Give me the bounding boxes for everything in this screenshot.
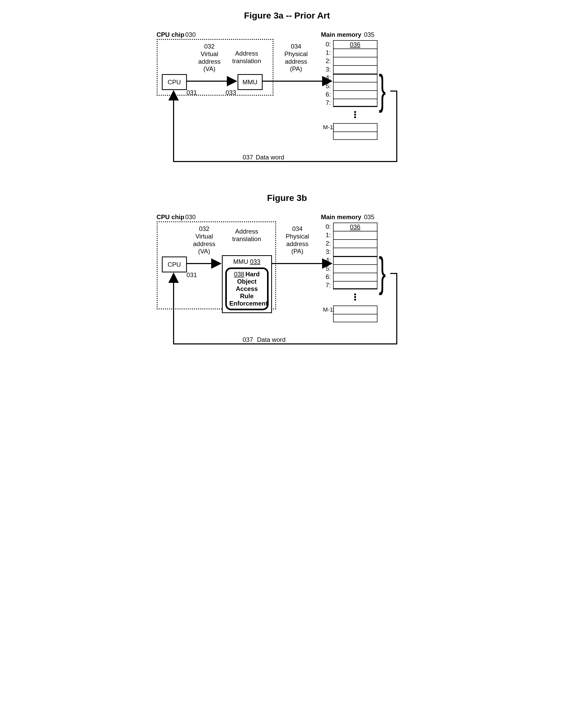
mem-idx-7-b: 7: [319,282,333,289]
mem-idx-0: 0: [319,41,333,48]
mem-ref-036-b: 036 [350,223,360,231]
va-l3-b: (VA) [198,248,210,255]
mmu-box-b: MMU 033 038Hard Object Access Rule Enfor… [222,255,272,313]
addr-trans-label-b: Address translation [232,228,261,243]
hard-ref: 038 [234,270,244,277]
hard-l4: Enforcement [230,300,264,307]
at-l1: Address [235,50,258,57]
data-word-ref-b: 037 [243,336,253,344]
mmu-box: MMU [238,74,262,90]
memory-table-b: 0:036 1: 2: 3: 4: 5: 6: 7: ••• M-1: [319,223,377,322]
pa-l3: (PA) [290,65,302,72]
hard-l2: Object [230,278,264,285]
va-l2-b: address [193,240,215,247]
cpu-box-label: CPU [168,79,181,86]
pa-ref-b: 034 [292,225,302,232]
mem-idx-3: 3: [319,66,333,73]
main-mem-label-b: Main memory [321,213,362,221]
cpu-ref-b: 031 [187,271,197,279]
hard-l3: Access Rule [230,285,264,300]
memory-table: 0:036 1: 2: 3: 4: 5: 6: 7: ••• M-1: [319,40,377,140]
cpu-chip-ref: 030 [185,31,196,39]
mmu-box-label: MMU [243,79,257,86]
mem-idx-7: 7: [319,99,333,106]
pa-l3-b: (PA) [291,248,303,255]
pa-l2: address [285,58,307,65]
va-l1-b: Virtual [195,233,213,240]
mem-vdots-b: ••• [333,289,377,306]
mem-ref-036: 036 [350,41,360,48]
cpu-chip-label-b: CPU chip [157,213,184,221]
mmu-ref-b: 033 [250,258,260,265]
main-mem-ref-b: 035 [364,213,375,221]
va-l1: Virtual [201,50,218,57]
figure-a-title: Figure 3a -- Prior Art [16,10,558,20]
at-l2: translation [232,57,261,65]
mmu-ref: 033 [226,89,236,96]
data-word-label: Data word [256,154,284,161]
brace-icon: } [379,73,386,107]
cpu-box-b: CPU [162,256,187,272]
va-ref-b: 032 [199,225,209,232]
pa-l1-b: Physical [286,233,309,240]
pa-l1: Physical [285,50,308,57]
cpu-ref: 031 [187,89,197,96]
pa-ref: 034 [291,43,301,50]
va-l3: (VA) [203,65,215,72]
diagram-a: CPU chip 030 CPU 031 032 Virtual address… [157,31,418,167]
mem-idx-1-b: 1: [319,231,333,239]
figure-b-title: Figure 3b [16,193,558,203]
va-label-b: 032 Virtual address (VA) [193,225,215,255]
at-l2-b: translation [232,235,261,243]
cpu-box-label-b: CPU [168,261,181,268]
hard-object-box: 038Hard Object Access Rule Enforcement [225,267,269,310]
cpu-chip-ref-b: 030 [185,213,196,221]
va-l2: address [198,58,220,65]
cpu-box: CPU [162,74,187,90]
addr-trans-label: Address translation [232,50,261,65]
mmu-box-label-b: MMU [233,258,248,265]
cpu-chip-label: CPU chip [157,31,184,39]
main-mem-label: Main memory [321,31,362,39]
mem-idx-5-b: 5: [319,265,333,272]
data-word-label-b: Data word [257,336,286,344]
mem-idx-1: 1: [319,49,333,56]
mem-idx-5: 5: [319,82,333,90]
mem-idx-0-b: 0: [319,223,333,230]
va-ref: 032 [204,43,214,50]
pa-l2-b: address [286,240,308,247]
mem-vdots: ••• [333,107,377,123]
diagram-b: CPU chip 030 CPU 031 032 Virtual address… [157,213,418,359]
data-word-ref: 037 [243,154,253,161]
main-mem-ref: 035 [364,31,375,39]
va-label: 032 Virtual address (VA) [198,43,220,73]
mem-idx-2-b: 2: [319,240,333,247]
mem-idx-4: 4: [319,74,333,81]
mem-idx-3-b: 3: [319,248,333,255]
mem-idx-2: 2: [319,57,333,65]
at-l1-b: Address [235,228,258,235]
hard-l1: Hard [245,270,260,277]
pa-label: 034 Physical address (PA) [285,43,308,73]
mem-idx-6: 6: [319,91,333,98]
mem-idx-6-b: 6: [319,273,333,281]
pa-label-b: 034 Physical address (PA) [286,225,309,255]
brace-icon-b: } [379,255,386,289]
mem-idx-4-b: 4: [319,256,333,264]
